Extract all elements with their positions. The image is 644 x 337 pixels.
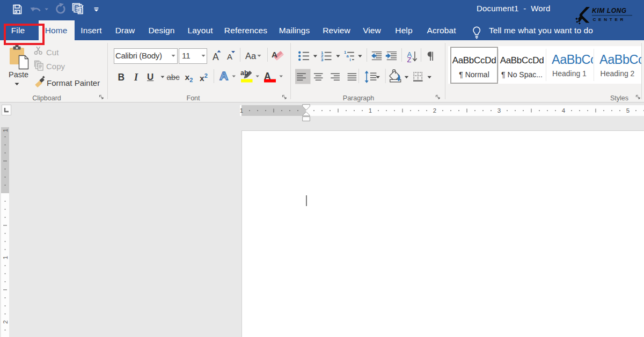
svg-text:4: 4	[562, 107, 566, 114]
svg-text:3: 3	[321, 57, 324, 62]
svg-text:3: 3	[497, 107, 501, 114]
svg-text:1: 1	[2, 256, 9, 259]
svg-text:Z: Z	[407, 56, 412, 64]
svg-text:CENTER: CENTER	[593, 17, 626, 22]
svg-text:1: 1	[344, 50, 346, 55]
svg-text:2: 2	[2, 320, 9, 324]
svg-text:KIM LONG: KIM LONG	[592, 7, 627, 14]
svg-text:1: 1	[240, 107, 243, 114]
svg-text:1: 1	[369, 107, 372, 114]
svg-text:i: i	[350, 57, 351, 62]
svg-text:2: 2	[433, 107, 436, 114]
svg-text:a: a	[347, 54, 349, 58]
svg-text:1: 1	[2, 129, 9, 132]
svg-text:5: 5	[626, 107, 630, 114]
